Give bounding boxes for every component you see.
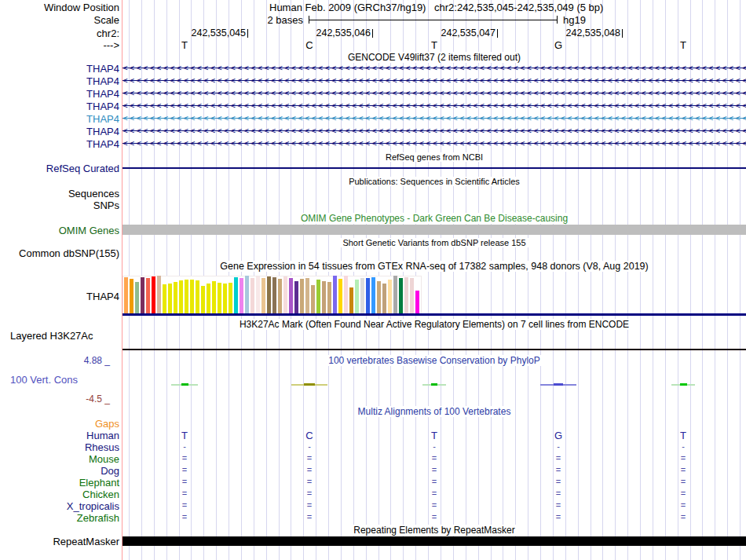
multiz-alignment-mark: =: [422, 512, 446, 522]
gtex-tissue-bar: [185, 280, 188, 313]
gene-transcript-thap4[interactable]: <<<<<<<<<<<<<<<<<<<<<<<<<<<<<<<<<<<<<<<<…: [123, 75, 746, 87]
multiz-track-title[interactable]: Multiz Alignments of 100 Vertebrates: [123, 407, 746, 417]
phylop-score-mark: [181, 383, 188, 386]
multiz-alignment-mark: =: [547, 500, 570, 511]
publications-track-title[interactable]: Publications: Sequences in Scientific Ar…: [123, 177, 746, 187]
gtex-tissue-bar: [152, 276, 155, 313]
multiz-alignment-mark: =: [671, 512, 695, 522]
multiz-species-label[interactable]: Dog: [0, 466, 119, 476]
gtex-tissue-bar: [355, 280, 359, 313]
gtex-tissue-bar: [168, 284, 172, 313]
gene-label-thap4[interactable]: THAP4: [0, 114, 119, 124]
multiz-alignment-mark: =: [671, 465, 695, 475]
gene-label-thap4[interactable]: THAP4: [0, 101, 119, 112]
assembly-title: Human Feb. 2009 (GRCh37/hg19): [269, 2, 426, 13]
multiz-species-label[interactable]: Chicken: [0, 489, 119, 500]
multiz-species-label[interactable]: Rhesus: [0, 442, 119, 452]
gtex-tissue-bar: [256, 276, 260, 313]
refseq-track-title[interactable]: RefSeq genes from NCBI: [123, 152, 746, 163]
layered-h3k27ac-label[interactable]: Layered H3K27Ac: [10, 331, 93, 341]
gtex-gene-label[interactable]: THAP4: [0, 291, 119, 302]
multiz-species-label[interactable]: Elephant: [0, 478, 119, 488]
genome-browser-image: Window Position Scale chr2: ---> Human F…: [0, 0, 746, 560]
gtex-tissue-bar: [289, 278, 293, 313]
strand-direction-label: --->: [0, 40, 119, 50]
gene-transcript-thap4[interactable]: <<<<<<<<<<<<<<<<<<<<<<<<<<<<<<<<<<<<<<<<…: [123, 137, 746, 150]
multiz-human-base: T: [671, 430, 695, 441]
multiz-alignment-mark: =: [173, 477, 196, 487]
gene-label-thap4[interactable]: THAP4: [0, 139, 119, 149]
gtex-tissue-bar: [338, 279, 342, 313]
phylop-track-label[interactable]: 100 Vert. Cons: [10, 375, 78, 385]
omim-genes-label[interactable]: OMIM Genes: [0, 225, 119, 236]
coordinate-label: 242,535,046: [261, 28, 371, 38]
gtex-tissue-bar: [404, 277, 408, 313]
gtex-tissue-bar: [371, 277, 375, 313]
gtex-tissue-bar: [179, 280, 183, 313]
multiz-alignment-mark: -: [298, 441, 321, 452]
multiz-species-label[interactable]: Gaps: [0, 419, 119, 429]
coordinate-label: 242,535,048: [510, 28, 620, 38]
gene-label-thap4[interactable]: THAP4: [0, 89, 119, 99]
gtex-tissue-bar: [196, 280, 199, 313]
gtex-tissue-bar: [190, 280, 194, 313]
coordinate-label: 242,535,045: [136, 28, 246, 38]
refseq-curated-item[interactable]: [123, 167, 746, 169]
repeatmasker-track-title[interactable]: Repeating Elements by RepeatMasker: [123, 525, 746, 536]
gtex-tissue-bar: [245, 276, 249, 313]
gene-transcript-thap4[interactable]: <<<<<<<<<<<<<<<<<<<<<<<<<<<<<<<<<<<<<<<<…: [123, 87, 746, 100]
gene-label-thap4[interactable]: THAP4: [0, 76, 119, 86]
gene-label-thap4[interactable]: THAP4: [0, 64, 119, 74]
multiz-alignment-mark: =: [298, 465, 321, 475]
coordinate-tick: [247, 29, 248, 38]
gtex-tissue-bar: [377, 281, 381, 313]
common-dbsnp-label[interactable]: Common dbSNP(155): [0, 248, 119, 258]
multiz-alignment-mark: =: [671, 477, 695, 487]
gtex-tissue-bar: [322, 281, 326, 313]
coordinate-tick: [497, 29, 498, 38]
multiz-species-label[interactable]: Mouse: [0, 454, 119, 464]
repeatmasker-item[interactable]: [123, 536, 746, 546]
multiz-alignment-mark: =: [671, 453, 695, 463]
multiz-alignment-mark: =: [422, 489, 446, 499]
publications-snps-label[interactable]: SNPs: [0, 200, 119, 210]
dbsnp-track-title[interactable]: Short Genetic Variants from dbSNP releas…: [123, 238, 746, 248]
gtex-tissue-bar: [229, 283, 232, 313]
gtex-track-title[interactable]: Gene Expression in 54 tissues from GTEx …: [123, 262, 746, 272]
gtex-tissue-bar: [135, 282, 139, 313]
scale-bar-left-cap: [309, 16, 309, 24]
phylop-track-title[interactable]: 100 vertebrates Basewise Conservation by…: [123, 356, 746, 366]
multiz-alignment-mark: -: [422, 441, 446, 452]
gencode-track-title[interactable]: GENCODE V49lift37 (2 items filtered out): [123, 53, 746, 63]
multiz-alignment-mark: =: [298, 489, 321, 499]
gtex-tissue-bar: [157, 276, 161, 313]
omim-gene-item[interactable]: [123, 225, 746, 235]
gene-label-thap4[interactable]: THAP4: [0, 126, 119, 137]
gene-transcript-thap4[interactable]: <<<<<<<<<<<<<<<<<<<<<<<<<<<<<<<<<<<<<<<<…: [123, 125, 746, 137]
scale-bar: [309, 20, 558, 20]
gtex-tissue-bar: [218, 283, 221, 313]
multiz-species-label[interactable]: X_tropicalis: [0, 501, 119, 511]
gene-transcript-thap4[interactable]: <<<<<<<<<<<<<<<<<<<<<<<<<<<<<<<<<<<<<<<<…: [123, 62, 746, 75]
multiz-alignment-mark: =: [298, 453, 321, 463]
phylop-score-mark: [680, 383, 687, 386]
gene-transcript-thap4[interactable]: <<<<<<<<<<<<<<<<<<<<<<<<<<<<<<<<<<<<<<<<…: [123, 112, 746, 125]
gtex-tissue-bar: [305, 278, 309, 313]
phylop-score-mark: [304, 383, 315, 386]
multiz-human-base: T: [422, 430, 446, 441]
coordinate-tick: [372, 29, 373, 38]
multiz-species-label[interactable]: Human: [0, 430, 119, 441]
publications-sequences-label[interactable]: Sequences: [0, 188, 119, 199]
gtex-tissue-bar: [278, 279, 282, 313]
repeatmasker-label[interactable]: RepeatMasker: [0, 536, 119, 547]
refseq-curated-label[interactable]: RefSeq Curated: [0, 163, 119, 174]
gtex-barchart-item[interactable]: [123, 276, 422, 314]
reference-base: G: [547, 40, 570, 50]
multiz-species-label[interactable]: Zebrafish: [0, 513, 119, 523]
omim-track-title[interactable]: OMIM Gene Phenotypes - Dark Green Can Be…: [123, 214, 746, 224]
multiz-alignment-mark: =: [173, 500, 196, 511]
assembly-short: hg19: [563, 15, 586, 25]
h3k27ac-track-title[interactable]: H3K27Ac Mark (Often Found Near Active Re…: [123, 320, 746, 330]
reference-base: T: [422, 40, 446, 50]
gene-transcript-thap4[interactable]: <<<<<<<<<<<<<<<<<<<<<<<<<<<<<<<<<<<<<<<<…: [123, 100, 746, 112]
